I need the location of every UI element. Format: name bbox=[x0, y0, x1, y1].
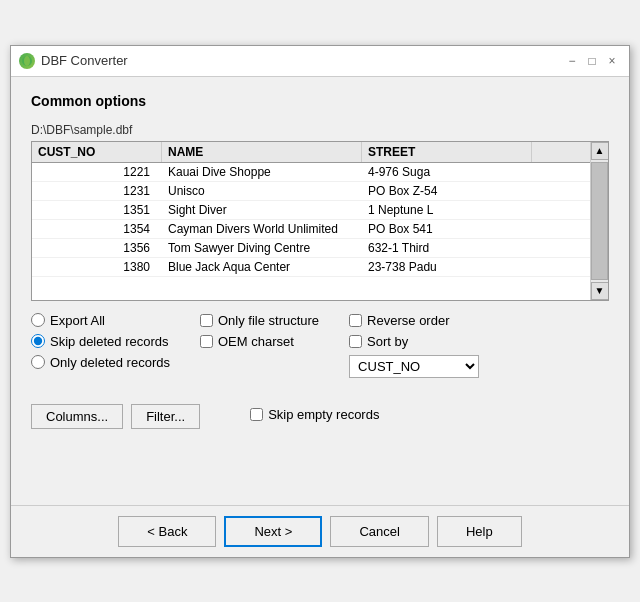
close-button[interactable]: × bbox=[603, 52, 621, 70]
table-row: 1356 Tom Sawyer Diving Centre 632-1 Thir… bbox=[32, 239, 608, 258]
sort-select-row: CUST_NO NAME STREET bbox=[349, 355, 479, 378]
window-title: DBF Converter bbox=[41, 53, 128, 68]
col-header-cust-no: CUST_NO bbox=[32, 142, 162, 162]
horizontal-scrollbar[interactable]: ◄ ► bbox=[32, 300, 608, 301]
checkbox-reverse-order-label: Reverse order bbox=[367, 313, 449, 328]
table-row: 1380 Blue Jack Aqua Center 23-738 Padu bbox=[32, 258, 608, 277]
checkbox-sort-by[interactable]: Sort by bbox=[349, 334, 479, 349]
data-table: CUST_NO NAME STREET 1221 Kauai Dive Shop… bbox=[31, 141, 609, 301]
checkbox-reverse-order[interactable]: Reverse order bbox=[349, 313, 479, 328]
table-row: 1351 Sight Diver 1 Neptune L bbox=[32, 201, 608, 220]
main-window: DBF Converter − □ × Common options D:\DB… bbox=[10, 45, 630, 558]
table-header: CUST_NO NAME STREET bbox=[32, 142, 608, 163]
checkbox-oem-charset[interactable]: OEM charset bbox=[200, 334, 319, 349]
col-header-street: STREET bbox=[362, 142, 532, 162]
radio-export-all-input[interactable] bbox=[31, 313, 45, 327]
minimize-button[interactable]: − bbox=[563, 52, 581, 70]
action-buttons: Columns... Filter... bbox=[31, 404, 200, 429]
table-row: 1231 Unisco PO Box Z-54 bbox=[32, 182, 608, 201]
radio-group-col: Export All Skip deleted records Only del… bbox=[31, 313, 170, 378]
sort-select[interactable]: CUST_NO NAME STREET bbox=[349, 355, 479, 378]
radio-only-deleted[interactable]: Only deleted records bbox=[31, 355, 170, 370]
table-body: 1221 Kauai Dive Shoppe 4-976 Suga 1231 U… bbox=[32, 163, 608, 296]
help-button[interactable]: Help bbox=[437, 516, 522, 547]
table-row: 1354 Cayman Divers World Unlimited PO Bo… bbox=[32, 220, 608, 239]
next-button[interactable]: Next > bbox=[224, 516, 322, 547]
radio-skip-deleted-input[interactable] bbox=[31, 334, 45, 348]
options-section: Export All Skip deleted records Only del… bbox=[31, 313, 609, 378]
skip-empty-row: Skip empty records bbox=[250, 407, 379, 422]
window-controls: − □ × bbox=[563, 52, 621, 70]
checkbox-oem-charset-input[interactable] bbox=[200, 335, 213, 348]
radio-only-deleted-label: Only deleted records bbox=[50, 355, 170, 370]
checkbox-sort-by-label: Sort by bbox=[367, 334, 408, 349]
section-title: Common options bbox=[31, 93, 609, 109]
col-header-name: NAME bbox=[162, 142, 362, 162]
checkbox-sort-by-input[interactable] bbox=[349, 335, 362, 348]
file-path: D:\DBF\sample.dbf bbox=[31, 123, 609, 137]
app-icon bbox=[19, 53, 35, 69]
checkbox-skip-empty-label: Skip empty records bbox=[268, 407, 379, 422]
checkbox-reverse-order-input[interactable] bbox=[349, 314, 362, 327]
cancel-button[interactable]: Cancel bbox=[330, 516, 428, 547]
title-bar: DBF Converter − □ × bbox=[11, 46, 629, 77]
filter-button[interactable]: Filter... bbox=[131, 404, 200, 429]
vertical-scrollbar[interactable]: ▲ ▼ bbox=[590, 142, 608, 300]
scroll-left-button[interactable]: ◄ bbox=[32, 300, 50, 301]
footer: < Back Next > Cancel Help bbox=[11, 505, 629, 557]
back-button[interactable]: < Back bbox=[118, 516, 216, 547]
columns-button[interactable]: Columns... bbox=[31, 404, 123, 429]
checkboxes-col1: Only file structure OEM charset bbox=[200, 313, 319, 378]
scroll-thumb[interactable] bbox=[591, 162, 608, 280]
checkbox-skip-empty-input[interactable] bbox=[250, 408, 263, 421]
checkbox-oem-charset-label: OEM charset bbox=[218, 334, 294, 349]
radio-export-all-label: Export All bbox=[50, 313, 105, 328]
checkbox-only-file-structure-label: Only file structure bbox=[218, 313, 319, 328]
checkbox-only-file-structure[interactable]: Only file structure bbox=[200, 313, 319, 328]
checkbox-only-file-structure-input[interactable] bbox=[200, 314, 213, 327]
radio-export-all[interactable]: Export All bbox=[31, 313, 170, 328]
scroll-down-button[interactable]: ▼ bbox=[591, 282, 609, 300]
svg-point-1 bbox=[24, 56, 30, 66]
radio-only-deleted-input[interactable] bbox=[31, 355, 45, 369]
maximize-button[interactable]: □ bbox=[583, 52, 601, 70]
table-row: 1221 Kauai Dive Shoppe 4-976 Suga bbox=[32, 163, 608, 182]
radio-skip-deleted[interactable]: Skip deleted records bbox=[31, 334, 170, 349]
scroll-right-button[interactable]: ► bbox=[590, 300, 608, 301]
scroll-up-button[interactable]: ▲ bbox=[591, 142, 609, 160]
content-area: Common options D:\DBF\sample.dbf CUST_NO… bbox=[11, 77, 629, 445]
checkboxes-col2: Reverse order Sort by CUST_NO NAME STREE… bbox=[349, 313, 479, 378]
radio-skip-deleted-label: Skip deleted records bbox=[50, 334, 169, 349]
